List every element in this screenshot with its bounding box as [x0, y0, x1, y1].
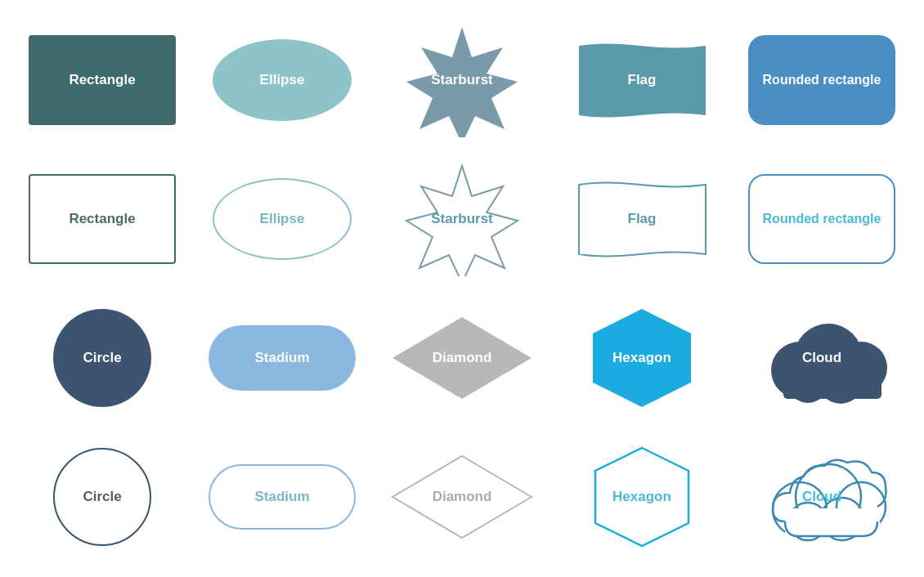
ellipse-outline-shape: [213, 178, 352, 260]
stadium-outline-shape: [209, 464, 356, 530]
rounded-rect-filled-shape: [748, 35, 895, 125]
cloud-filled-cell: Cloud: [740, 293, 904, 423]
cloud-outline-cell: Cloud: [740, 432, 904, 562]
flag-filled-shape: [571, 42, 714, 119]
diamond-filled-cell: Diamond: [380, 293, 544, 423]
flag-filled-cell: Flag: [560, 15, 724, 145]
rounded-rect-filled-cell: Rounded rectangle: [740, 15, 904, 145]
hexagon-outline-cell: Hexagon: [560, 432, 724, 562]
ellipse-filled-shape: [213, 39, 352, 121]
rounded-rect-outline-shape: [748, 174, 895, 264]
flag-outline-shape: [571, 181, 714, 258]
hexagon-filled-cell: Hexagon: [560, 293, 724, 423]
stadium-outline-cell: Stadium: [200, 432, 364, 562]
svg-rect-8: [783, 370, 881, 399]
starburst-outline-shape: [397, 162, 527, 276]
rectangle-filled-shape: [29, 35, 176, 125]
rectangle-filled-cell: Rectangle: [20, 15, 184, 145]
circle-outline-shape: [53, 448, 151, 546]
diamond-filled-shape: [388, 313, 536, 403]
cloud-filled-shape: [751, 309, 894, 407]
starburst-filled-cell: Starburst: [380, 15, 544, 145]
rounded-rect-outline-cell: Rounded rectangle: [740, 154, 904, 284]
svg-rect-16: [785, 508, 880, 536]
ellipse-outline-cell: Ellipse: [200, 154, 364, 284]
flag-outline-cell: Flag: [560, 154, 724, 284]
stadium-filled-shape: [209, 325, 356, 391]
rectangle-outline-cell: Rectangle: [20, 154, 184, 284]
circle-filled-shape: [53, 309, 151, 407]
svg-marker-1: [406, 166, 518, 276]
diamond-outline-cell: Diamond: [380, 432, 544, 562]
ellipse-filled-cell: Ellipse: [200, 15, 364, 145]
svg-marker-10: [595, 448, 689, 546]
svg-marker-0: [406, 27, 518, 137]
shapes-grid: Rectangle Ellipse Starburst Flag Rounded…: [4, 0, 920, 577]
circle-outline-cell: Circle: [20, 432, 184, 562]
svg-marker-2: [392, 317, 532, 399]
rectangle-outline-shape: [29, 174, 176, 264]
starburst-outline-cell: Starburst: [380, 154, 544, 284]
stadium-filled-cell: Stadium: [200, 293, 364, 423]
circle-filled-cell: Circle: [20, 293, 184, 423]
hexagon-filled-shape: [593, 309, 691, 407]
hexagon-outline-shape: [589, 444, 695, 550]
cloud-outline-shape: [751, 448, 894, 546]
starburst-filled-shape: [397, 23, 527, 137]
diamond-outline-shape: [388, 452, 536, 542]
svg-marker-9: [392, 456, 532, 538]
